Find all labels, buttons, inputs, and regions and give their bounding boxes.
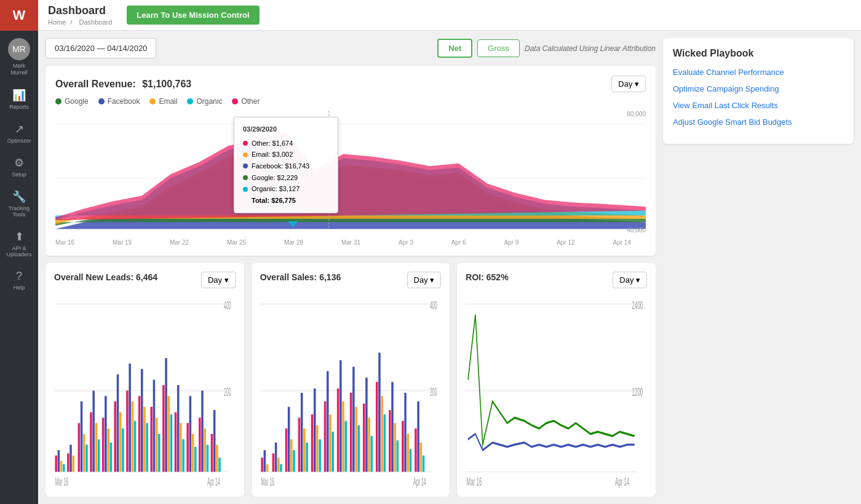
leads-day-dropdown[interactable]: Day ▾ xyxy=(201,272,236,288)
sidebar-item-reports[interactable]: 📊 Reports xyxy=(0,82,38,116)
setup-icon: ⚙ xyxy=(14,156,24,170)
playbook-link-4[interactable]: Adjust Google Smart Bid Budgets xyxy=(673,117,844,127)
svg-rect-55 xyxy=(177,385,180,472)
sales-bar-chart: 400 200 xyxy=(260,293,442,488)
svg-rect-67 xyxy=(213,410,216,471)
svg-rect-16 xyxy=(58,450,60,471)
svg-rect-120 xyxy=(402,421,404,472)
svg-rect-90 xyxy=(303,428,306,471)
svg-rect-46 xyxy=(150,407,153,472)
revenue-title: Overall Revenue: $1,100,763 xyxy=(55,79,191,90)
net-toggle-button[interactable]: Net xyxy=(437,39,472,58)
svg-rect-30 xyxy=(102,418,105,472)
logo-icon: W xyxy=(13,7,26,23)
legend-item-other: Other xyxy=(232,97,260,106)
sidebar-item-label: Help xyxy=(14,285,25,291)
optimizer-icon: ↗ xyxy=(15,122,24,136)
organic-dot xyxy=(187,98,193,104)
other-dot xyxy=(232,98,238,104)
svg-rect-27 xyxy=(92,391,95,472)
playbook-link-1[interactable]: Evaluate Channel Performance xyxy=(673,68,844,77)
sidebar-item-tracking[interactable]: 🔧 TrackingTools xyxy=(0,184,38,224)
svg-rect-68 xyxy=(216,445,218,472)
svg-rect-26 xyxy=(90,412,92,472)
svg-rect-40 xyxy=(132,401,134,471)
sidebar-item-api[interactable]: ⬆ API &Uploaders xyxy=(0,224,38,264)
sidebar-item-label: Reports xyxy=(9,104,29,110)
sales-title: Overall Sales: 6,136 xyxy=(260,272,341,282)
svg-text:200: 200 xyxy=(430,387,437,399)
svg-rect-58 xyxy=(186,423,189,471)
legend-item-email: Email xyxy=(149,97,177,106)
svg-rect-34 xyxy=(114,401,117,471)
tooltip-row-organic: Organic: $3,127 xyxy=(243,183,329,195)
svg-rect-59 xyxy=(189,396,192,471)
svg-text:200: 200 xyxy=(224,387,231,399)
svg-rect-33 xyxy=(110,443,113,472)
svg-rect-50 xyxy=(162,385,165,472)
playbook-link-3[interactable]: View Email Last Click Results xyxy=(673,101,844,110)
breadcrumb-home[interactable]: Home xyxy=(48,18,66,26)
svg-rect-96 xyxy=(324,401,327,471)
sidebar-logo[interactable]: W xyxy=(0,0,38,31)
svg-rect-92 xyxy=(311,414,313,471)
revenue-chart-svg xyxy=(55,111,646,246)
svg-rect-54 xyxy=(175,412,177,472)
y-label-low: 40,000 xyxy=(627,227,646,234)
svg-rect-89 xyxy=(301,393,303,472)
sidebar-item-help[interactable]: ? Help xyxy=(0,264,38,297)
svg-rect-108 xyxy=(363,404,365,472)
revenue-day-dropdown[interactable]: Day ▾ xyxy=(611,76,646,92)
sales-chart-area: 400 200 xyxy=(260,293,442,488)
sales-day-dropdown[interactable]: Day ▾ xyxy=(407,272,442,288)
svg-rect-119 xyxy=(396,441,399,472)
svg-text:Apr 14: Apr 14 xyxy=(207,476,220,488)
sidebar-item-optimizer[interactable]: ↗ Optimizer xyxy=(0,116,38,150)
svg-rect-105 xyxy=(352,367,355,472)
roi-card: ROI: 652% Day ▾ 2400 1200 xyxy=(457,263,656,497)
sales-card: Overall Sales: 6,136 Day ▾ 400 200 xyxy=(252,263,450,497)
svg-rect-103 xyxy=(344,421,347,472)
svg-rect-98 xyxy=(329,414,331,471)
email-dot xyxy=(149,98,156,104)
svg-rect-28 xyxy=(95,423,98,471)
sidebar-item-label: API &Uploaders xyxy=(6,245,31,258)
svg-rect-66 xyxy=(211,434,213,472)
controls-bar: 03/16/2020 — 04/14/2020 Net Gross Data C… xyxy=(46,38,656,58)
header: Dashboard Home / Dashboard Learn To Use … xyxy=(38,0,861,31)
svg-rect-41 xyxy=(134,421,137,472)
svg-rect-77 xyxy=(261,458,263,472)
sidebar: W MR MarkMurrell 📊 Reports ↗ Optimizer ⚙… xyxy=(0,0,38,504)
sidebar-item-label: Optimizer xyxy=(7,138,31,144)
page-title: Dashboard xyxy=(48,4,114,17)
svg-rect-51 xyxy=(165,358,167,472)
svg-rect-127 xyxy=(422,455,424,471)
svg-rect-125 xyxy=(417,401,419,471)
bottom-charts: Overall New Leads: 6,464 Day ▾ 400 200 xyxy=(46,263,656,497)
revenue-chart-container: 80,000 40,000 Mar 16 Mar 19 Mar 22 Mar 2… xyxy=(55,111,646,246)
svg-rect-102 xyxy=(342,401,344,471)
svg-rect-47 xyxy=(153,380,156,472)
svg-rect-19 xyxy=(67,454,69,472)
sidebar-item-setup[interactable]: ⚙ Setup xyxy=(0,150,38,184)
tooltip-row-other: Other: $1,674 xyxy=(243,138,329,149)
leads-card: Overall New Leads: 6,464 Day ▾ 400 200 xyxy=(46,263,244,497)
gross-toggle-button[interactable]: Gross xyxy=(477,39,520,57)
roi-day-dropdown[interactable]: Day ▾ xyxy=(613,272,647,288)
svg-rect-17 xyxy=(60,461,63,472)
svg-text:Mar 16: Mar 16 xyxy=(467,476,482,488)
svg-rect-21 xyxy=(72,455,74,471)
svg-rect-121 xyxy=(404,393,407,472)
attribution-text: Data Calculated Using Linear Attribution xyxy=(525,44,656,53)
svg-rect-80 xyxy=(272,454,274,472)
api-icon: ⬆ xyxy=(15,230,24,243)
breadcrumb-separator: / xyxy=(70,18,72,26)
leads-title: Overall New Leads: 6,464 xyxy=(54,272,157,282)
svg-rect-78 xyxy=(263,450,266,471)
tooltip-row-facebook: Facebook: $16,743 xyxy=(243,160,329,172)
playbook-link-2[interactable]: Optimize Campaign Spending xyxy=(673,84,844,93)
breadcrumb: Home / Dashboard xyxy=(48,18,114,26)
revenue-title-label: Overall Revenue: $1,100,763 xyxy=(55,79,191,89)
learn-button[interactable]: Learn To Use Mission Control xyxy=(127,6,259,25)
date-range-button[interactable]: 03/16/2020 — 04/14/2020 xyxy=(46,38,156,58)
